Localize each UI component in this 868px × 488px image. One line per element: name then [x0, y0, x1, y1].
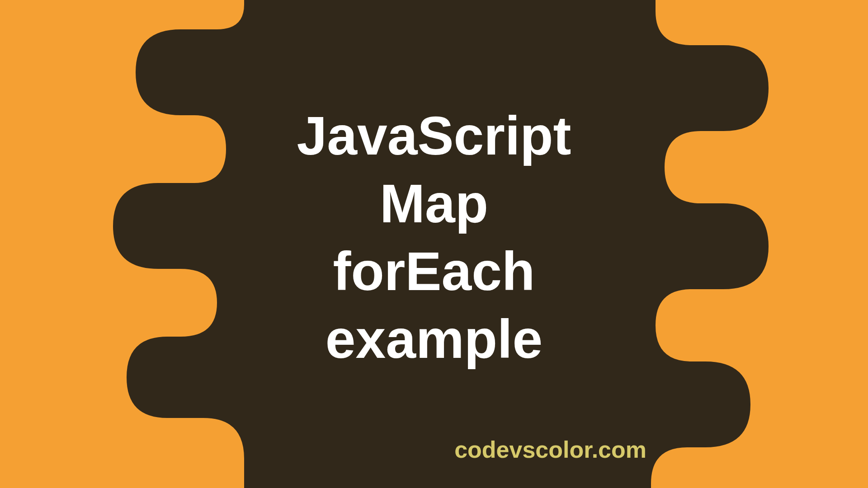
title-line-4: example: [297, 305, 571, 373]
title-line-3: forEach: [297, 237, 571, 305]
banner-title: JavaScript Map forEach example: [297, 102, 571, 373]
title-line-2: Map: [297, 169, 571, 237]
banner-canvas: JavaScript Map forEach example codevscol…: [0, 0, 868, 488]
watermark-text: codevscolor.com: [454, 436, 646, 463]
title-line-1: JavaScript: [297, 102, 571, 169]
